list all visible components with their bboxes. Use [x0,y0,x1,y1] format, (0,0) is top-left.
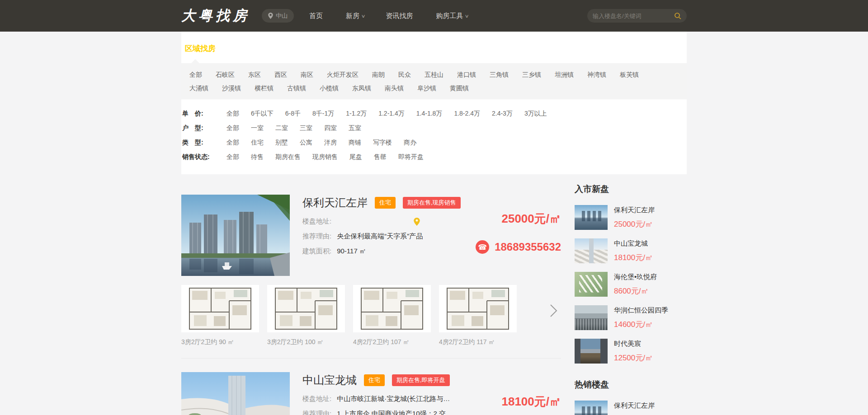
listing-thumbnail [575,401,608,415]
filter-option[interactable]: 五室 [349,124,361,132]
listing-thumbnail [575,205,608,230]
region-link[interactable]: 三乡镇 [522,69,541,80]
filter-option[interactable]: 1.4-1.8万 [416,110,443,118]
region-link[interactable]: 横栏镇 [255,83,274,93]
region-link[interactable]: 古镇镇 [287,83,306,93]
filter-option[interactable]: 2.4-3万 [492,110,513,118]
listing-divider [181,358,561,359]
map-pin-icon[interactable] [414,218,420,226]
sidebar-title-new: 入市新盘 [575,183,687,195]
listing-title[interactable]: 保利天汇左岸 [302,196,368,210]
region-link[interactable]: 神湾镇 [587,69,606,80]
search-icon[interactable] [674,12,681,19]
region-link[interactable]: 阜沙镇 [417,83,436,93]
region-link[interactable]: 沙溪镇 [222,83,241,93]
nav-item[interactable]: 资讯找房 [386,12,415,20]
filter-option[interactable]: 1.8-2.4万 [454,110,480,118]
region-link[interactable]: 板芙镇 [620,69,639,80]
region-link[interactable]: 小榄镇 [320,83,339,93]
filter-option[interactable]: 期房在售 [275,153,301,161]
floorplan-item[interactable]: 3房2厅2卫约 100 ㎡ [267,285,345,346]
strip-caret-decoration [191,59,199,63]
listing-title[interactable]: 中山宝龙城 [302,373,357,387]
filter-option[interactable]: 全部 [226,153,239,161]
filter-option[interactable]: 1-1.2万 [346,110,367,118]
filter-option[interactable]: 尾盘 [349,153,362,161]
filter-option[interactable]: 一室 [251,124,264,132]
sidebar-listing-item[interactable]: 中山宝龙城 18100元/㎡ [575,238,687,263]
floorplan-drawing [274,287,338,330]
listing-photo[interactable] [181,372,290,415]
filter-option[interactable]: 商办 [404,139,416,147]
sidebar-listing-item[interactable]: 保利天汇左岸 25000元/㎡ [575,401,687,415]
nav-item[interactable]: 新房 ∨ [346,12,365,20]
phone-row[interactable]: ☎ 18689355632 [456,240,561,254]
region-link[interactable]: 南朗 [372,69,385,80]
filter-row-type: 类 型: 全部住宅别墅公寓洋房商铺写字楼商办 [182,135,687,150]
filter-option[interactable]: 售罄 [374,153,387,161]
region-link[interactable]: 坦洲镇 [555,69,574,80]
region-link[interactable]: 火炬开发区 [327,69,359,80]
filter-option[interactable]: 3万以上 [524,110,547,118]
chevron-down-icon: ∨ [465,14,469,19]
region-link[interactable]: 民众 [398,69,411,80]
region-link[interactable]: 黄圃镇 [450,83,469,93]
sidebar-listing-name: 中山宝龙城 [614,239,653,248]
next-arrow-icon[interactable] [547,303,559,318]
filter-option[interactable]: 全部 [226,110,239,118]
floorplan-item[interactable]: 4房2厅2卫约 107 ㎡ [353,285,431,346]
nav-item-label: 购房工具 [436,12,463,20]
floorplan-drawing [189,287,252,330]
floorplan-image [181,285,259,332]
filter-option[interactable]: 二室 [275,124,288,132]
new-listings: 保利天汇左岸 25000元/㎡ 中山宝龙城 18100元/㎡ 海伦堡•玖 [575,205,687,364]
filter-option[interactable]: 待售 [251,153,264,161]
filter-option[interactable]: 即将开盘 [398,153,424,161]
filter-option[interactable]: 别墅 [275,139,288,147]
filter-option[interactable]: 三室 [300,124,312,132]
filter-option[interactable]: 洋房 [324,139,337,147]
filter-option[interactable]: 6-8千 [285,110,301,118]
region-link[interactable]: 西区 [274,69,287,80]
region-link[interactable]: 东区 [248,69,261,80]
sidebar-listing-item[interactable]: 海伦堡•玖悦府 8600元/㎡ [575,272,687,297]
site-logo[interactable]: 大粤找房 [181,6,250,25]
search-input[interactable] [593,13,674,19]
city-selector[interactable]: 中山 [262,9,294,23]
sidebar-listing-price: 14600元/㎡ [614,319,668,330]
floorplan-item[interactable]: 3房2厅2卫约 90 ㎡ [181,285,259,346]
floorplan-item[interactable]: 4房2厅2卫约 117 ㎡ [439,285,517,346]
region-link[interactable]: 南区 [301,69,313,80]
filter-option[interactable]: 1.2-1.4万 [378,110,405,118]
filter-option[interactable]: 写字楼 [373,139,392,147]
floorplan-image [353,285,431,332]
filter-option[interactable]: 商铺 [349,139,361,147]
filter-option[interactable]: 8千-1万 [312,110,334,118]
listing-info: 保利天汇左岸 住宅 期房在售,现房销售 楼盘地址: 推荐理由: 央企保利最高端“… [302,195,456,276]
sidebar: 入市新盘 保利天汇左岸 25000元/㎡ 中山宝龙城 18100元/㎡ [575,183,687,415]
sidebar-listing-item[interactable]: 时代美宸 12500元/㎡ [575,339,687,364]
sidebar-listing-item[interactable]: 华润仁恒公园四季 14600元/㎡ [575,305,687,330]
section-title-region-search: 区域找房 [185,43,687,54]
filter-option[interactable]: 现房销售 [312,153,338,161]
filter-option[interactable]: 6千以下 [251,110,274,118]
nav-item[interactable]: 首页 [309,12,325,20]
region-link[interactable]: 三角镇 [490,69,509,80]
filter-option[interactable]: 住宅 [251,139,264,147]
region-link[interactable]: 港口镇 [457,69,476,80]
listing-photo[interactable] [181,195,290,276]
filter-option[interactable]: 公寓 [300,139,312,147]
filter-option[interactable]: 全部 [226,124,239,132]
sidebar-listing-item[interactable]: 保利天汇左岸 25000元/㎡ [575,205,687,230]
filter-option[interactable]: 全部 [226,139,239,147]
nav-item[interactable]: 购房工具 ∨ [436,12,468,20]
sidebar-listing-price: 8600元/㎡ [614,286,657,296]
region-link[interactable]: 大涌镇 [189,83,208,93]
region-link[interactable]: 石岐区 [216,69,235,80]
filter-option[interactable]: 四室 [324,124,337,132]
floorplan-drawing [360,287,424,330]
region-link[interactable]: 东凤镇 [352,83,371,93]
region-link[interactable]: 五桂山 [425,69,443,80]
region-link[interactable]: 南头镇 [385,83,404,93]
region-link[interactable]: 全部 [189,69,202,80]
